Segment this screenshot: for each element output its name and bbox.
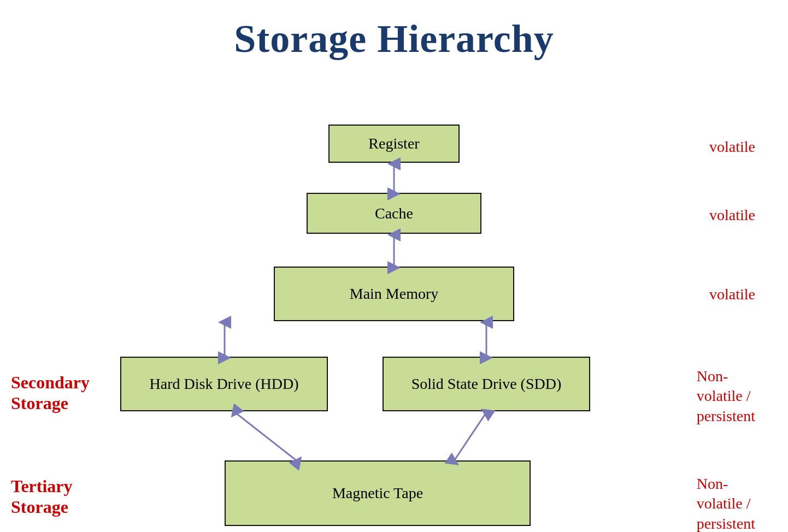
tertiary-storage-label: TertiaryStorage [11, 476, 73, 518]
main-memory-box: Main Memory [274, 267, 514, 321]
volatile-label-2: volatile [709, 205, 755, 225]
volatile-label-3: volatile [709, 285, 755, 304]
secondary-storage-label: SecondaryStorage [11, 372, 90, 414]
hdd-box: Hard Disk Drive (HDD) [120, 357, 328, 411]
volatile-label-1: volatile [709, 137, 755, 157]
diagram-container: Register Cache Main Memory Hard Disk Dri… [0, 73, 788, 532]
register-box: Register [328, 125, 460, 163]
nonvolatile-label-2: Non-volatile /persistent [697, 474, 755, 532]
sdd-box: Solid State Drive (SDD) [383, 357, 590, 411]
tape-box: Magnetic Tape [225, 460, 531, 526]
page-title: Storage Hierarchy [0, 0, 788, 62]
arrow-hdd-tape [235, 412, 298, 462]
cache-box: Cache [307, 193, 481, 234]
nonvolatile-label-1: Non-volatile /persistent [697, 367, 755, 426]
arrow-sdd-tape [454, 412, 486, 462]
